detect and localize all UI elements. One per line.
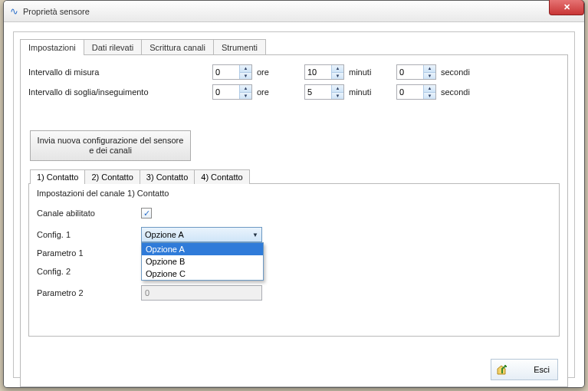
label-channel-enabled: Canale abilitato xyxy=(37,209,141,218)
unit-seconds: secondi xyxy=(441,87,475,97)
unit-minutes: minuti xyxy=(349,87,383,97)
measure-seconds-input[interactable] xyxy=(397,65,423,79)
footer: Esci xyxy=(491,359,558,380)
close-button[interactable]: ✕ xyxy=(549,0,584,15)
spin-down-icon[interactable]: ▼ xyxy=(424,93,435,100)
spin-down-icon[interactable]: ▼ xyxy=(424,73,435,80)
spin-up-icon[interactable]: ▲ xyxy=(424,85,435,93)
unit-hours: ore xyxy=(257,87,291,97)
threshold-hours-input[interactable] xyxy=(213,85,239,99)
label-config-2: Config. 2 xyxy=(37,267,141,276)
label-measure-interval: Intervallo di misura xyxy=(28,67,212,77)
channel-tab-2[interactable]: 2) Contatto xyxy=(84,169,140,184)
checkbox-channel-enabled[interactable]: ✓ xyxy=(141,208,152,219)
exit-icon xyxy=(496,363,508,376)
row-measure-interval: Intervallo di misura ▲▼ ore ▲▼ minuti ▲ xyxy=(28,63,560,81)
measure-hours-input[interactable] xyxy=(213,65,239,79)
label-config-1: Config. 1 xyxy=(37,230,141,239)
main-tab-header: Impostazioni Dati rilevati Scrittura can… xyxy=(14,32,574,54)
spin-down-icon[interactable]: ▼ xyxy=(240,73,251,80)
unit-seconds: secondi xyxy=(441,67,475,77)
measure-hours-spin[interactable]: ▲▼ xyxy=(212,64,252,80)
unit-minutes: minuti xyxy=(349,67,383,77)
main-tab-pane: Intervallo di misura ▲▼ ore ▲▼ minuti ▲ xyxy=(20,54,568,387)
spin-down-icon[interactable]: ▼ xyxy=(240,93,251,100)
threshold-hours-spin[interactable]: ▲▼ xyxy=(212,84,252,100)
channel-pane: Impostazioni del canale 1) Contatto Cana… xyxy=(28,183,560,337)
threshold-minutes-spin[interactable]: ▲▼ xyxy=(304,84,344,100)
combo-config-1[interactable]: Opzione A ▼ Opzione A Opzione B Opzione … xyxy=(141,227,262,242)
spin-up-icon[interactable]: ▲ xyxy=(424,65,435,73)
spin-down-icon[interactable]: ▼ xyxy=(332,73,343,80)
channel-tab-4[interactable]: 4) Contatto xyxy=(194,169,249,184)
client-area: Impostazioni Dati rilevati Scrittura can… xyxy=(13,31,575,378)
app-icon: ∿ xyxy=(10,6,18,16)
window-title: Proprietà sensore xyxy=(23,7,90,16)
tab-dati-rilevati[interactable]: Dati rilevati xyxy=(84,39,142,55)
row-threshold-interval: Intervallo di soglia/inseguimento ▲▼ ore… xyxy=(28,83,560,101)
measure-seconds-spin[interactable]: ▲▼ xyxy=(396,64,436,80)
threshold-seconds-spin[interactable]: ▲▼ xyxy=(396,84,436,100)
combo-option[interactable]: Opzione A xyxy=(142,243,263,255)
exit-button-label: Esci xyxy=(534,365,550,374)
chevron-down-icon: ▼ xyxy=(252,232,258,238)
titlebar[interactable]: ∿ Proprietà sensore ✕ xyxy=(4,1,584,22)
label-param-2: Parametro 2 xyxy=(37,288,141,297)
tab-scrittura-canali[interactable]: Scrittura canali xyxy=(141,39,214,55)
measure-minutes-input[interactable] xyxy=(305,65,331,79)
label-threshold-interval: Intervallo di soglia/inseguimento xyxy=(28,87,212,97)
combo-option[interactable]: Opzione C xyxy=(142,268,263,280)
tab-strumenti[interactable]: Strumenti xyxy=(213,39,266,55)
input-param-2[interactable] xyxy=(141,285,262,301)
send-config-button[interactable]: Invia nuova configurazione del sensore e… xyxy=(30,130,191,161)
sensor-properties-window: ∿ Proprietà sensore ✕ Impostazioni Dati … xyxy=(3,0,585,388)
combo-option[interactable]: Opzione B xyxy=(142,255,263,268)
channel-legend: Impostazioni del canale 1) Contatto xyxy=(37,189,551,198)
exit-button[interactable]: Esci xyxy=(491,359,558,380)
channel-tab-header: 1) Contatto 2) Contatto 3) Contatto 4) C… xyxy=(28,169,560,183)
spin-up-icon[interactable]: ▲ xyxy=(240,65,251,73)
spin-up-icon[interactable]: ▲ xyxy=(332,65,343,73)
threshold-seconds-input[interactable] xyxy=(397,85,423,99)
unit-hours: ore xyxy=(257,67,291,77)
close-icon: ✕ xyxy=(563,2,570,12)
spin-up-icon[interactable]: ▲ xyxy=(332,85,343,93)
threshold-minutes-input[interactable] xyxy=(305,85,331,99)
label-param-1: Parametro 1 xyxy=(37,248,141,258)
combo-config-1-dropdown: Opzione A Opzione B Opzione C xyxy=(141,242,264,281)
measure-minutes-spin[interactable]: ▲▼ xyxy=(304,64,344,80)
tab-impostazioni[interactable]: Impostazioni xyxy=(20,39,84,55)
channel-tab-3[interactable]: 3) Contatto xyxy=(140,169,195,184)
channel-tab-1[interactable]: 1) Contatto xyxy=(30,169,85,184)
check-icon: ✓ xyxy=(143,209,150,219)
combo-config-1-value: Opzione A xyxy=(145,230,184,239)
spin-up-icon[interactable]: ▲ xyxy=(240,85,251,93)
spin-down-icon[interactable]: ▼ xyxy=(332,93,343,100)
